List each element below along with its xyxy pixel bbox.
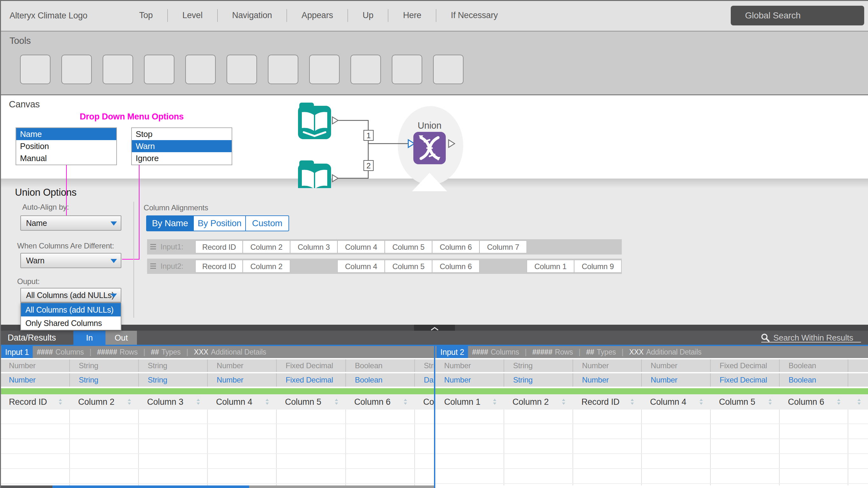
- type-cell[interactable]: Fixed Decimal: [276, 373, 345, 387]
- stat-rows: #####Rows: [97, 348, 138, 357]
- input-tool-1-icon[interactable]: [298, 102, 331, 139]
- when-different-select[interactable]: Warn: [20, 253, 121, 268]
- tool-slot[interactable]: [144, 55, 175, 84]
- search-within-results-input[interactable]: Search Within Results: [761, 331, 854, 345]
- column-header-column-6[interactable]: Column 6: [345, 394, 414, 409]
- column-header-column-6[interactable]: Column 6: [779, 394, 848, 409]
- alignment-slot[interactable]: Column 6: [432, 241, 479, 253]
- option-stop[interactable]: Stop: [132, 128, 231, 140]
- alignment-slot[interactable]: Column 7: [479, 241, 527, 253]
- drag-handle-icon[interactable]: [150, 264, 157, 269]
- tool-slot[interactable]: [433, 55, 464, 84]
- type-cell[interactable]: String: [69, 373, 138, 387]
- tool-slot[interactable]: [392, 55, 422, 84]
- tool-slot[interactable]: [350, 55, 381, 84]
- alignment-slot[interactable]: Column 6: [432, 260, 479, 273]
- column-header-column-4[interactable]: Column 4: [641, 394, 710, 409]
- type-cell[interactable]: Boolean: [345, 373, 414, 387]
- column-header-column-3[interactable]: Column 3: [138, 394, 207, 409]
- sort-icon: [196, 398, 200, 405]
- alignment-slot[interactable]: Column 3: [290, 241, 337, 253]
- alignment-slot[interactable]: Column 4: [337, 260, 385, 273]
- menu-item-top[interactable]: Top: [125, 10, 167, 20]
- alignment-slot[interactable]: Column 9: [574, 260, 621, 273]
- column-header-record-id[interactable]: Record ID: [0, 394, 69, 409]
- option-position[interactable]: Position: [16, 140, 116, 152]
- column-header-record-id[interactable]: Record ID: [572, 394, 641, 409]
- output-value: All Columns (add NULLs): [26, 288, 114, 302]
- tab-by-position[interactable]: By Position: [193, 216, 245, 231]
- alignment-slot[interactable]: Column 2: [243, 260, 290, 273]
- tab-input-1[interactable]: Input 1: [1, 346, 33, 358]
- column-header-column-4[interactable]: Column 4: [207, 394, 276, 409]
- alignment-slot[interactable]: Record ID: [195, 241, 243, 253]
- alignment-slot[interactable]: Column 5: [385, 260, 432, 273]
- menu-item-here[interactable]: Here: [388, 10, 436, 20]
- alignment-slot[interactable]: Column 2: [243, 241, 290, 253]
- option-warn[interactable]: Warn: [132, 140, 231, 152]
- search-within-results-placeholder: Search Within Results: [773, 333, 854, 343]
- column-header-column-5[interactable]: Column 5: [276, 394, 345, 409]
- output-option-all-columns-add-nulls[interactable]: All Columns (add NULLs): [21, 303, 121, 316]
- column-header-clipped[interactable]: [848, 394, 868, 409]
- type-cell[interactable]: Boolean: [779, 373, 848, 387]
- type-cell[interactable]: String: [503, 373, 572, 387]
- column-header-column-2[interactable]: Column 2: [503, 394, 572, 409]
- tab-custom[interactable]: Custom: [245, 216, 288, 231]
- type-row: NumberStringNumberNumberFixed DecimalBoo…: [435, 373, 868, 387]
- type-cell[interactable]: Da: [414, 373, 434, 387]
- menu-item-navigation[interactable]: Navigation: [218, 10, 287, 20]
- option-manual[interactable]: Manual: [16, 152, 116, 164]
- menu-item-level[interactable]: Level: [168, 10, 217, 20]
- stat-additional-details: XXXAdditional Details: [194, 348, 266, 357]
- tool-slot[interactable]: [103, 55, 133, 84]
- in-toggle-button[interactable]: In: [73, 331, 105, 345]
- tab-by-name[interactable]: By Name: [147, 216, 193, 231]
- tool-slot[interactable]: [226, 55, 257, 84]
- sort-icon: [335, 398, 338, 405]
- type-cell[interactable]: Fixed Decimal: [710, 373, 779, 387]
- alignment-slot[interactable]: Column 5: [385, 241, 432, 253]
- tool-slot[interactable]: [268, 55, 298, 84]
- type-cell[interactable]: String: [138, 373, 207, 387]
- column-header-column-5[interactable]: Column 5: [710, 394, 779, 409]
- type-cell[interactable]: Number: [207, 373, 276, 387]
- menu-item-appears[interactable]: Appears: [287, 10, 348, 20]
- output-option-only-shared-columns[interactable]: Only Shared Columns: [21, 316, 121, 330]
- type-cell[interactable]: Number: [0, 373, 69, 387]
- output-select[interactable]: All Columns (add NULLs): [20, 288, 121, 302]
- column-header-co[interactable]: Co: [414, 394, 434, 409]
- menu-item-up[interactable]: Up: [348, 10, 388, 20]
- scrollbar-thumb[interactable]: [53, 485, 249, 488]
- chevron-down-icon: [111, 294, 117, 298]
- tool-slot[interactable]: [20, 55, 51, 84]
- type-cell: Fixed Decimal: [276, 359, 345, 372]
- option-name[interactable]: Name: [16, 128, 116, 140]
- auto-align-select[interactable]: Name: [20, 215, 121, 231]
- table-gridline-vertical: [503, 409, 504, 485]
- tool-slot[interactable]: [309, 55, 340, 84]
- alignment-slot[interactable]: Record ID: [195, 260, 243, 273]
- table-gridline-horizontal: [0, 483, 434, 484]
- column-header-column-2[interactable]: Column 2: [69, 394, 138, 409]
- option-ignore[interactable]: Ignore: [132, 152, 231, 164]
- tab-input-2[interactable]: Input 2: [437, 346, 468, 358]
- drag-handle-icon[interactable]: [150, 244, 157, 250]
- type-cell: Boolean: [779, 359, 848, 372]
- type-cell[interactable]: Number: [435, 373, 503, 387]
- union-tool-icon[interactable]: [413, 132, 446, 164]
- menu-item-if-necessary[interactable]: If Necessary: [436, 10, 513, 20]
- out-toggle-button[interactable]: Out: [105, 331, 137, 345]
- global-search-input[interactable]: Global Search: [731, 6, 864, 25]
- stat-types: ##Types: [586, 348, 616, 357]
- alignment-slot[interactable]: Column 4: [337, 241, 385, 253]
- column-header-column-1[interactable]: Column 1: [435, 394, 503, 409]
- type-cell[interactable]: Number: [572, 373, 641, 387]
- table-gridline-vertical: [345, 409, 346, 485]
- type-cell[interactable]: Number: [641, 373, 710, 387]
- tool-slot[interactable]: [185, 55, 216, 84]
- tool-slot[interactable]: [61, 55, 92, 84]
- sort-icon: [265, 398, 269, 405]
- alignment-slot[interactable]: Column 1: [527, 260, 574, 273]
- type-row: NumberStringStringNumberFixed DecimalBoo…: [0, 359, 434, 372]
